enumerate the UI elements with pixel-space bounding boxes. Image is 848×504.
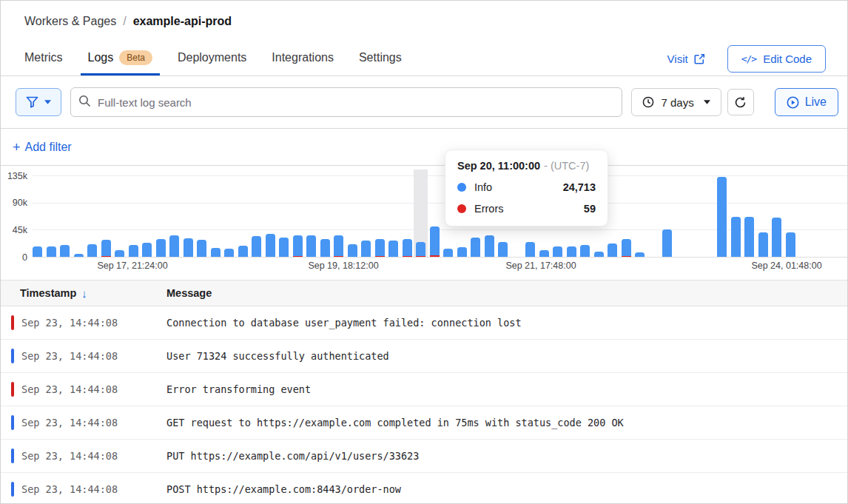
refresh-icon xyxy=(734,96,747,109)
chart-bar[interactable] xyxy=(498,242,508,257)
visit-link[interactable]: Visit xyxy=(667,53,705,65)
sort-descending-icon[interactable]: ↓ xyxy=(81,287,87,300)
tab-integrations[interactable]: Integrations xyxy=(264,41,341,75)
chart-bar[interactable] xyxy=(306,235,316,257)
add-filter-button[interactable]: + Add filter xyxy=(13,141,72,154)
log-message: Connection to database user_payment fail… xyxy=(166,317,522,329)
chart-bar[interactable] xyxy=(772,218,781,257)
tab-metrics[interactable]: Metrics xyxy=(17,41,70,75)
filter-dropdown-button[interactable] xyxy=(16,88,61,116)
chart-bar[interactable] xyxy=(293,235,303,257)
chart-bar[interactable] xyxy=(60,245,70,257)
workers-logs-page: Workers & Pages / example-api-prod Metri… xyxy=(0,0,848,504)
tab-actions: Visit </> Edit Code xyxy=(667,41,826,75)
chart-bar[interactable] xyxy=(33,246,42,257)
chart-bar[interactable] xyxy=(567,246,576,257)
play-circle-icon xyxy=(787,96,799,109)
chart-bar[interactable] xyxy=(348,244,357,257)
chart-bar[interactable] xyxy=(169,235,179,257)
chart-bar[interactable] xyxy=(416,242,425,257)
chart-bar[interactable] xyxy=(211,248,221,257)
chart-bar[interactable] xyxy=(786,232,795,257)
chart-bar[interactable] xyxy=(539,250,549,257)
tab-settings[interactable]: Settings xyxy=(351,41,409,75)
table-row[interactable]: Sep 23, 14:44:08User 71324 successfully … xyxy=(1,340,847,373)
chart-bar[interactable] xyxy=(717,177,727,257)
chart-bar[interactable] xyxy=(197,240,206,257)
log-table-header: Timestamp ↓ Message xyxy=(1,280,847,306)
chart-bar[interactable] xyxy=(525,242,535,257)
tab-logs[interactable]: LogsBeta xyxy=(81,41,160,75)
chart-bar[interactable] xyxy=(87,244,97,257)
chart-bar-error-segment xyxy=(430,255,440,257)
tooltip-time: Sep 20, 11:00:00 xyxy=(457,160,540,172)
chart-bar[interactable] xyxy=(156,239,166,257)
chart-bar[interactable] xyxy=(142,243,152,257)
log-message: Error transforming event xyxy=(166,383,311,395)
chart-bar[interactable] xyxy=(47,246,56,257)
tooltip-errors-value: 59 xyxy=(584,203,596,215)
chart-bar-error-segment xyxy=(416,256,425,258)
chart-bar[interactable] xyxy=(184,238,193,257)
edit-code-label: Edit Code xyxy=(763,53,812,65)
visit-label: Visit xyxy=(667,53,688,65)
chart-bar[interactable] xyxy=(388,241,398,257)
chart-bar-error-segment xyxy=(375,256,385,258)
chart-bar[interactable] xyxy=(101,240,111,257)
chart-bar[interactable] xyxy=(553,246,562,257)
tab-deployments[interactable]: Deployments xyxy=(170,41,254,75)
live-button[interactable]: Live xyxy=(775,88,838,116)
chart-bar[interactable] xyxy=(375,239,385,257)
chart-bar[interactable] xyxy=(662,229,672,257)
tab-label: Logs xyxy=(88,51,114,64)
chart-bar[interactable] xyxy=(457,247,467,257)
chart-bar[interactable] xyxy=(238,246,248,257)
chart-bar[interactable] xyxy=(361,241,371,257)
chart-bar[interactable] xyxy=(635,252,645,257)
chart-bar[interactable] xyxy=(622,239,631,257)
table-row[interactable]: Sep 23, 14:44:08Connection to database u… xyxy=(1,306,847,340)
chart-bar[interactable] xyxy=(608,243,617,257)
refresh-button[interactable] xyxy=(727,89,754,115)
table-row[interactable]: Sep 23, 14:44:08POST https://example.com… xyxy=(1,473,847,504)
chart-bar[interactable] xyxy=(74,254,84,257)
chart-bar[interactable] xyxy=(115,250,124,257)
chart-bar[interactable] xyxy=(430,226,440,257)
time-range-dropdown[interactable]: 7 days xyxy=(631,88,721,116)
clock-icon xyxy=(642,96,654,108)
y-axis-tick: 135k xyxy=(1,171,27,181)
chart-bar[interactable] xyxy=(334,235,343,257)
chart-bar[interactable] xyxy=(320,239,330,257)
y-axis-tick: 0 xyxy=(1,252,27,263)
chevron-down-icon xyxy=(704,100,710,104)
log-message: GET request to https://example.com compl… xyxy=(166,417,624,429)
chart-bar[interactable] xyxy=(744,217,754,257)
table-row[interactable]: Sep 23, 14:44:08PUT https://example.com/… xyxy=(1,440,847,473)
tooltip-info-value: 24,713 xyxy=(563,181,596,193)
log-message: PUT https://example.com/api/v1/users/336… xyxy=(166,450,419,462)
tab-label: Integrations xyxy=(272,51,334,64)
add-filter-row: + Add filter xyxy=(1,129,847,166)
chart-bar[interactable] xyxy=(266,234,275,257)
chart-bar[interactable] xyxy=(252,236,261,257)
chart-bar[interactable] xyxy=(758,232,768,257)
timestamp-column-header[interactable]: Timestamp ↓ xyxy=(1,287,166,300)
search-input[interactable] xyxy=(70,87,622,117)
chart-bar[interactable] xyxy=(403,239,412,257)
chart-bar[interactable] xyxy=(580,245,590,257)
chart-bar[interactable] xyxy=(129,245,138,257)
table-row[interactable]: Sep 23, 14:44:08GET request to https://e… xyxy=(1,406,847,440)
search-icon xyxy=(78,95,91,107)
chart-bar[interactable] xyxy=(224,249,234,257)
breadcrumb-root[interactable]: Workers & Pages xyxy=(24,15,116,28)
chart-bar[interactable] xyxy=(731,217,741,257)
x-axis-tick: Sep 19, 18:12:00 xyxy=(308,261,378,271)
edit-code-button[interactable]: </> Edit Code xyxy=(727,45,826,73)
chart-bar[interactable] xyxy=(485,235,494,257)
chart-bar[interactable] xyxy=(471,238,480,257)
chart-bar[interactable] xyxy=(443,249,453,257)
chart-bar[interactable] xyxy=(594,252,604,257)
table-row[interactable]: Sep 23, 14:44:08Error transforming event xyxy=(1,373,847,406)
log-timestamp: Sep 23, 14:44:08 xyxy=(21,383,166,395)
chart-bar[interactable] xyxy=(279,238,289,257)
